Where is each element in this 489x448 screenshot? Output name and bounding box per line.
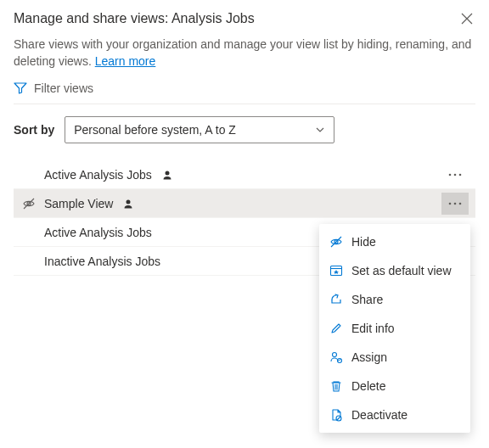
- menu-item-edit[interactable]: Edit info: [319, 314, 470, 343]
- close-button[interactable]: [458, 10, 475, 27]
- sort-by-label: Sort by: [14, 123, 54, 137]
- personal-view-icon: [162, 170, 172, 180]
- close-icon: [461, 13, 473, 25]
- personal-view-icon: [123, 199, 133, 209]
- delete-icon: [329, 379, 343, 393]
- context-menu: HideSet as default viewShareEdit infoAss…: [319, 224, 470, 433]
- assign-icon: [329, 350, 343, 364]
- deactivate-icon: [329, 408, 343, 422]
- divider: [14, 104, 475, 104]
- view-name: Sample View: [44, 197, 441, 210]
- view-name-text: Active Analysis Jobs: [44, 168, 152, 182]
- svg-point-3: [459, 173, 462, 176]
- menu-item-label: Hide: [351, 235, 376, 249]
- svg-point-9: [459, 202, 462, 204]
- svg-point-0: [165, 171, 169, 175]
- menu-item-label: Assign: [351, 350, 387, 364]
- menu-item-label: Edit info: [351, 322, 395, 335]
- view-name-text: Sample View: [44, 197, 113, 210]
- sort-by-value: Personal before system, A to Z: [74, 123, 236, 137]
- hidden-indicator-slot: [14, 197, 44, 210]
- chevron-down-icon: [315, 125, 325, 135]
- filter-views-button[interactable]: Filter views: [14, 81, 475, 95]
- menu-item-label: Delete: [351, 379, 385, 393]
- menu-item-label: Deactivate: [351, 408, 408, 422]
- default-icon: [329, 264, 343, 277]
- more-horizontal-icon: [448, 202, 462, 205]
- menu-item-label: Share: [351, 293, 383, 306]
- menu-item-share[interactable]: Share: [319, 285, 470, 314]
- svg-marker-14: [334, 270, 339, 274]
- svg-line-5: [24, 199, 34, 209]
- view-row[interactable]: Active Analysis Jobs: [14, 160, 475, 189]
- filter-views-label: Filter views: [34, 81, 93, 95]
- svg-line-11: [331, 237, 341, 247]
- menu-item-assign[interactable]: Assign: [319, 343, 470, 372]
- filter-icon: [14, 81, 27, 95]
- menu-item-hide[interactable]: Hide: [319, 227, 470, 256]
- more-horizontal-icon: [448, 173, 462, 176]
- menu-item-label: Set as default view: [351, 264, 452, 277]
- sort-by-dropdown[interactable]: Personal before system, A to Z: [65, 116, 334, 143]
- menu-item-default[interactable]: Set as default view: [319, 256, 470, 285]
- hidden-eye-icon: [22, 197, 36, 210]
- learn-more-link[interactable]: Learn more: [95, 54, 156, 68]
- menu-item-delete[interactable]: Delete: [319, 372, 470, 400]
- edit-icon: [329, 322, 343, 335]
- share-icon: [329, 293, 343, 306]
- dialog-title: Manage and share views: Analysis Jobs: [14, 11, 255, 26]
- description-text: Share views with your organization and m…: [14, 37, 471, 68]
- menu-item-deactivate[interactable]: Deactivate: [319, 400, 470, 429]
- dialog-description: Share views with your organization and m…: [14, 36, 475, 70]
- svg-point-8: [454, 202, 457, 204]
- svg-point-7: [449, 202, 452, 204]
- svg-point-15: [333, 353, 337, 357]
- more-actions-button[interactable]: [441, 164, 469, 186]
- view-name: Active Analysis Jobs: [44, 168, 441, 182]
- svg-point-6: [126, 199, 131, 204]
- view-row[interactable]: Sample View: [14, 189, 475, 218]
- svg-point-2: [454, 173, 457, 176]
- more-actions-button[interactable]: [441, 193, 469, 215]
- svg-point-1: [449, 173, 452, 176]
- hide-icon: [329, 235, 343, 249]
